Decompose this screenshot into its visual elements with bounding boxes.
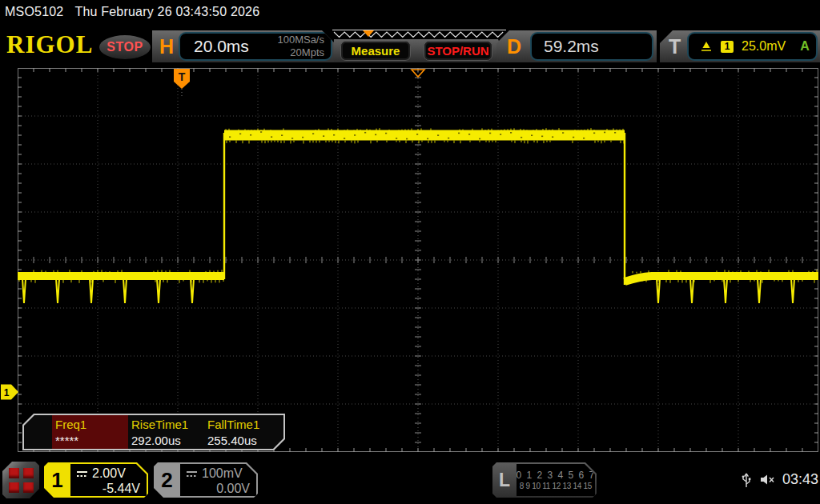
dc-coupling-icon [76, 470, 88, 478]
measure-button[interactable]: Measure [340, 41, 411, 61]
measurement-value: 255.40us [207, 434, 280, 447]
channel-2-offset: 0.00V [186, 482, 250, 496]
measurement-name: FallTime1 [207, 418, 280, 434]
logic-analyzer-widget[interactable]: L 0 1 2 3 4 5 6 7 8 9 10 11 12 13 14 15 [492, 462, 597, 498]
sound-muted-icon[interactable] [759, 473, 775, 486]
svg-text:T: T [179, 70, 186, 83]
stop-run-button[interactable]: STOP/RUN [424, 41, 492, 61]
channel-1-widget[interactable]: 1 2.00V -5.44V [44, 462, 148, 498]
clock-display: 03:43 [782, 471, 818, 488]
usb-icon [741, 470, 752, 488]
digital-channels-row2: 8 9 10 11 12 13 14 15 [520, 482, 592, 490]
measurement-item-falltime[interactable]: FallTime1 255.40us [204, 415, 280, 449]
channel-2-scale: 100mV [202, 466, 243, 481]
logic-analyzer-label: L [492, 462, 517, 498]
measurement-name: Freq1 [55, 418, 128, 434]
channel-2-widget[interactable]: 2 100mV 0.00V [154, 462, 258, 498]
channel-1-scale: 2.00V [92, 466, 126, 481]
measurement-name: RiseTime1 [131, 418, 204, 434]
digital-channels-row1: 0 1 2 3 4 5 6 7 [516, 470, 595, 481]
measurement-value: 292.00us [131, 434, 204, 447]
channel-1-offset: -5.44V [76, 482, 140, 496]
measurement-item-freq[interactable]: Freq1 ***** [52, 415, 128, 449]
menu-grid-button[interactable] [2, 462, 39, 498]
measurement-results-panel[interactable]: Freq1 ***** RiseTime1 292.00us FallTime1… [22, 414, 285, 450]
svg-text:1: 1 [4, 387, 10, 398]
dc-coupling-icon [186, 470, 198, 478]
menu-grid-icon [9, 468, 34, 493]
measurement-value: ***** [55, 434, 128, 447]
measurement-item-risetime[interactable]: RiseTime1 292.00us [128, 415, 204, 449]
